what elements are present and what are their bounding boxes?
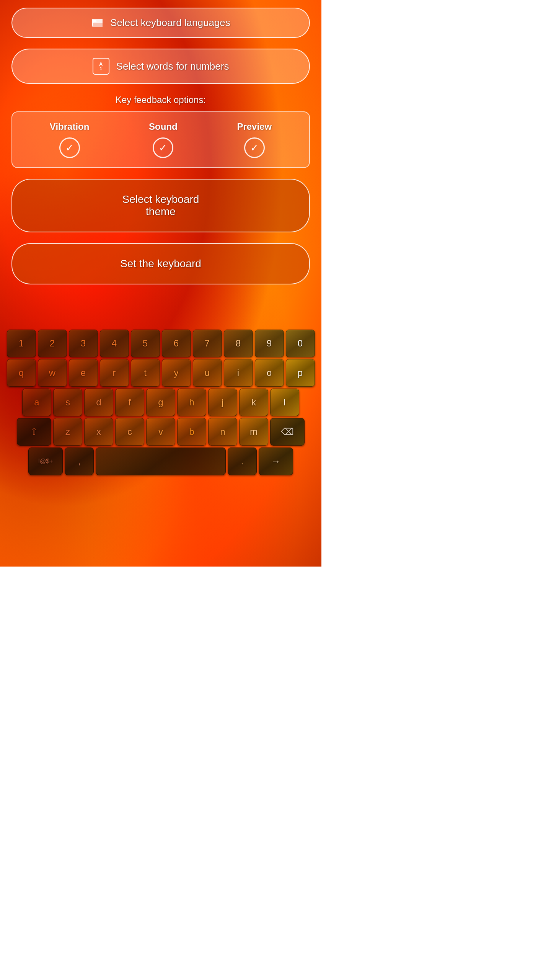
vibration-option[interactable]: Vibration ✓ — [50, 121, 90, 158]
flag-icon — [91, 18, 103, 28]
select-words-label: Select words for numbers — [116, 60, 229, 72]
select-theme-button[interactable]: Select keyboardtheme — [11, 179, 310, 232]
a1-icon: A 1 — [93, 58, 109, 75]
select-theme-label: Select keyboardtheme — [122, 193, 199, 218]
set-keyboard-label: Set the keyboard — [120, 258, 201, 270]
select-words-button[interactable]: A 1 Select words for numbers — [11, 49, 310, 84]
vibration-label: Vibration — [50, 121, 90, 132]
select-languages-label: Select keyboard languages — [110, 17, 230, 29]
preview-label: Preview — [237, 121, 272, 132]
vibration-check: ✓ — [59, 137, 80, 158]
preview-check: ✓ — [244, 137, 265, 158]
feedback-section-label: Key feedback options: — [11, 95, 310, 105]
svg-rect-1 — [92, 23, 103, 27]
sound-option[interactable]: Sound ✓ — [149, 121, 178, 158]
set-keyboard-button[interactable]: Set the keyboard — [11, 243, 310, 284]
sound-label: Sound — [149, 121, 178, 132]
select-languages-button[interactable]: Select keyboard languages — [11, 8, 310, 38]
feedback-options-box: Vibration ✓ Sound ✓ Preview ✓ — [11, 111, 310, 168]
preview-option[interactable]: Preview ✓ — [237, 121, 272, 158]
sound-check: ✓ — [153, 137, 173, 158]
